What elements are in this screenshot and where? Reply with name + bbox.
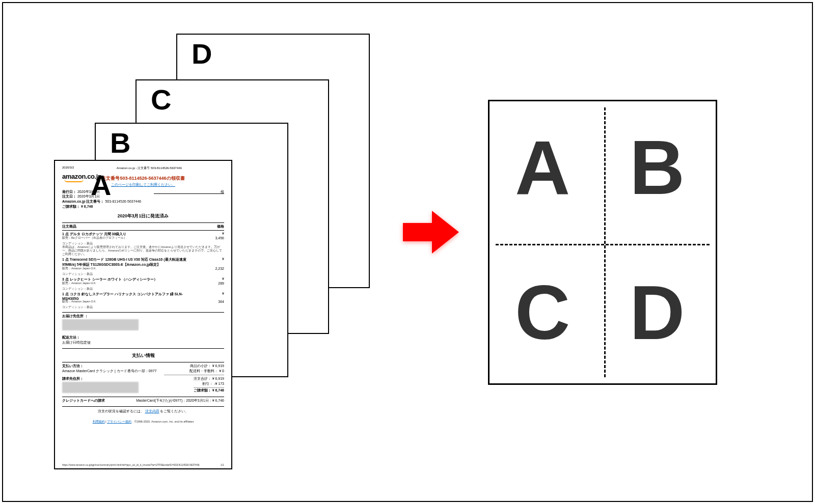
source-page-stack: D C B 2020/3/2 Amazon.co.jp - 注文番号 503-8…	[49, 34, 380, 477]
cc-charge-label: クレジットカードへの請求	[62, 398, 105, 403]
page-label-d: D	[192, 40, 212, 68]
diagram-canvas: D C B 2020/3/2 Amazon.co.jp - 注文番号 503-8…	[2, 2, 813, 502]
page-label-c: C	[151, 86, 171, 114]
combined-page: A B C D	[488, 100, 717, 385]
stack-page-a: 2020/3/2 Amazon.co.jp - 注文番号 503-8114526…	[54, 160, 232, 469]
item2-seller: 販売：Amazon Japan G.K.	[62, 267, 96, 270]
paymethod: Amazon MasterCard クラシック | カード番号の一部：0977	[62, 369, 156, 373]
item2-name: 1 点 Transcend SDカード 128GB UHS-I U3 V30 対…	[62, 257, 195, 267]
charge-label: ご請求額：	[62, 205, 80, 208]
check-order-2: をご覧ください。	[160, 409, 188, 413]
privacy-link: プライバシー規約	[107, 420, 131, 423]
item1-cond: コンディション：新品	[62, 242, 224, 245]
shipping-l: 配送料・手数料：	[189, 369, 218, 373]
item1-seller: 販売：Beクローバー（出品者のプロフィール）	[62, 236, 127, 240]
billto-heading: 請求先住所：	[62, 377, 84, 380]
vertical-divider	[604, 107, 606, 377]
discount-l: 割引：	[202, 382, 213, 385]
page-label-a: A	[91, 171, 111, 200]
paymethod-label: 支払い方法：	[62, 364, 84, 368]
footer-url: https://www.amazon.co.jp/gp/css/summary/…	[62, 463, 199, 466]
item4-seller: 販売：Amazon Japan G.K.	[62, 300, 96, 303]
copyright: ©1996-2020, Amazon.com, Inc. and its aff…	[134, 420, 194, 423]
shipped-heading: 2020年3月1日に発送済み	[62, 213, 224, 219]
payment-heading: 支払い情報	[62, 353, 224, 359]
shipping-r: ¥ 0	[219, 369, 224, 373]
grand-r: ¥ 6,746	[212, 388, 224, 392]
quadrant-label-d: D	[630, 274, 685, 351]
invoice-header-center: Amazon.co.jp - 注文番号 503-8114526-5637446	[117, 166, 182, 171]
horizontal-divider	[496, 244, 710, 245]
method: お届け日時指定便	[62, 340, 224, 345]
quadrant-label-b: B	[630, 129, 685, 206]
invoice-print-hint: このページを印刷してご利用ください。	[62, 182, 224, 187]
terms-link: 利用規約	[93, 420, 105, 423]
issue-date-label: 発行日：	[62, 190, 76, 193]
shipto-redacted	[62, 319, 139, 330]
invoice-print-date: 2020/3/2	[62, 166, 74, 171]
honorific: 様	[221, 189, 224, 194]
col-items: 注文商品	[62, 224, 76, 229]
col-price: 価格	[217, 224, 224, 229]
ordertotal-r: ¥ 6,919	[212, 377, 224, 380]
item3-seller: 販売：Amazon Japan G.K.	[62, 282, 96, 285]
item2-cond: コンディション：新品	[62, 272, 224, 276]
charge-amount: ¥ 6,746	[81, 205, 93, 208]
order-content-link: 注文内容	[145, 409, 159, 413]
item2-price: 2,232	[215, 267, 224, 270]
item4-name: 1 点 コクヨ 針なしステープラー ハリナックス コンパクトアルファ 緑 SLN…	[62, 292, 195, 300]
cc-charge-value: MasterCard(下4けた)が0977)：2020年3月1日：¥ 6,746	[136, 398, 224, 403]
subtotal-l: 商品の小計：	[190, 364, 211, 368]
item4-cond: コンディション：新品	[62, 305, 224, 309]
subtotal-r: ¥ 6,919	[212, 364, 224, 368]
invoice-document: 2020/3/2 Amazon.co.jp - 注文番号 503-8114526…	[55, 161, 231, 468]
method-heading: 配送方法：	[62, 335, 224, 340]
item1-price: 3,456	[215, 236, 224, 240]
billto-redacted	[62, 382, 139, 393]
page-label-b: B	[110, 129, 130, 157]
ordertotal-l: 注文合計：	[194, 377, 211, 380]
check-order-1: 注文の状況を確認するには、	[98, 409, 144, 413]
item3-cond: コンディション：新品	[62, 287, 224, 291]
footer-page: 1/1	[221, 463, 224, 466]
item2-cur: ¥	[222, 257, 224, 267]
quadrant-label-a: A	[515, 129, 570, 206]
shipto-heading: お届け先住所 ：	[62, 314, 224, 319]
item3-price: 289	[218, 282, 224, 285]
item4-cur: ¥	[222, 292, 224, 300]
item1-note: 本商品は、Amazonにより販売管理されております。ご注文後、速やかにAmazo…	[62, 245, 224, 256]
arrow-icon	[400, 202, 461, 263]
item4-price: 364	[218, 300, 224, 303]
order-date-label: 注文日：	[62, 194, 76, 198]
grand-l: ご請求額：	[194, 388, 211, 392]
discount-r: -¥ 173	[214, 382, 224, 385]
quadrant-label-c: C	[515, 274, 570, 351]
